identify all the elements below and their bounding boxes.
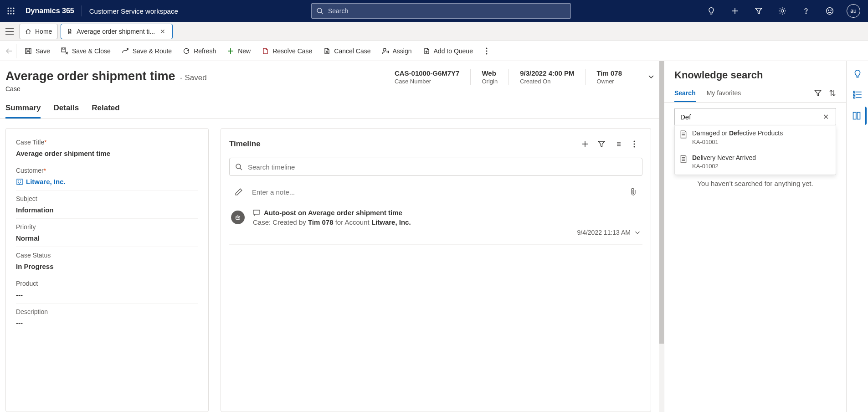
new-button[interactable]: New [222,43,255,59]
knowledge-search-box[interactable]: ✕ [674,108,836,125]
lightbulb-icon [853,69,862,78]
resolve-case-button[interactable]: Resolve Case [257,43,317,59]
timeline-filter-button[interactable] [593,136,610,152]
field-subject[interactable]: Subject Information [16,191,198,219]
back-button[interactable] [2,44,16,58]
field-status[interactable]: Case Status In Progress [16,247,198,275]
form-tab-related[interactable]: Related [92,103,119,118]
save-button[interactable]: Save [20,43,55,59]
post-icon [253,210,260,216]
attachment-icon[interactable] [630,188,637,196]
field-description[interactable]: Description --- [16,304,198,331]
gear-icon[interactable] [771,0,793,22]
assign-icon [382,47,389,55]
knowledge-search-input[interactable] [679,113,820,121]
smiley-icon[interactable] [819,0,841,22]
queue-icon [423,47,430,55]
form-tabs: Summary Details Related [0,93,664,119]
refresh-button[interactable]: Refresh [178,43,221,59]
save-close-button[interactable]: Save & Close [56,43,115,59]
funnel-icon [598,140,605,148]
field-value: Information [16,206,198,214]
robot-icon [235,214,241,221]
svg-point-40 [634,146,635,148]
knowledge-tab-search[interactable]: Search [674,89,696,102]
knowledge-result[interactable]: Damaged or Defective ProductsKA-01001 [675,125,836,150]
timeline-overflow-button[interactable] [626,136,642,152]
tab-home[interactable]: Home [19,24,58,39]
header-field-origin[interactable]: WebOrigin [470,69,508,85]
hf-label: Case Number [395,78,460,85]
workspace-name[interactable]: Customer Service workspace [86,7,182,15]
article-icon [679,155,688,163]
book-icon [852,111,861,120]
tab-label: Home [35,28,52,35]
scrollbar-thumb[interactable] [659,61,664,344]
assign-button[interactable]: Assign [377,43,416,59]
cmd-label: Assign [393,47,412,55]
cancel-case-button[interactable]: Cancel Case [318,43,375,59]
field-product[interactable]: Product --- [16,275,198,304]
brand-name[interactable]: Dynamics 365 [22,7,78,15]
field-case-title[interactable]: Case Title* Average order shipment time [16,134,198,162]
svg-point-15 [827,8,833,15]
header-field-case-number[interactable]: CAS-01000-G6M7Y7Case Number [384,69,471,85]
command-overflow[interactable] [479,44,494,58]
app-launcher-icon[interactable] [0,0,22,22]
form-tab-summary[interactable]: Summary [5,103,41,118]
timeline-add-button[interactable] [577,136,593,152]
field-customer[interactable]: Customer* Litware, Inc. [16,162,198,191]
search-icon [235,163,242,170]
timeline-search[interactable] [229,158,642,176]
global-search-input[interactable] [327,7,566,15]
svg-point-25 [383,48,386,51]
home-icon [25,28,31,35]
timeline-note-input[interactable] [251,188,621,196]
svg-point-2 [13,7,14,9]
timeline-note-entry[interactable] [229,182,642,201]
timeline-item[interactable]: Auto-post on Average order shipment time… [229,209,642,245]
help-icon[interactable] [795,0,817,22]
plus-icon[interactable] [724,0,746,22]
sort-icon[interactable] [829,89,836,97]
close-icon[interactable]: ✕ [159,27,167,36]
global-search[interactable] [311,3,571,19]
hamburger-icon[interactable] [3,25,16,38]
knowledge-tab-favorites[interactable]: My favorites [707,89,741,101]
field-value: --- [16,291,198,299]
user-avatar[interactable]: au [842,0,864,22]
add-to-queue-button[interactable]: Add to Queue [418,43,478,59]
rail-smart-assist-button[interactable] [848,65,867,83]
timeline-sort-button[interactable] [610,136,626,152]
tab-case[interactable]: Average order shipment ti... ✕ [61,24,173,39]
timeline-item-time: 9/4/2022 11:13 AM [577,229,631,236]
case-details-card: Case Title* Average order shipment time … [5,128,209,412]
list-icon [614,140,621,148]
chevron-down-icon[interactable] [634,229,641,236]
search-icon [316,7,324,15]
article-icon [679,130,688,139]
main-area: Average order shipment time - Saved Case… [0,61,868,412]
header-expand-button[interactable] [644,69,658,84]
form-tab-details[interactable]: Details [53,103,79,118]
field-label: Product [16,280,198,287]
lightbulb-icon[interactable] [700,0,722,22]
header-field-owner[interactable]: Tim 078Owner [585,69,633,85]
funnel-icon[interactable] [814,89,822,97]
field-priority[interactable]: Priority Normal [16,219,198,247]
rail-knowledge-button[interactable] [848,107,867,125]
timeline-item-desc: Case: Created by Tim 078 for Account Lit… [253,218,641,226]
knowledge-tabs: Search My favorites [664,83,846,103]
rail-agent-scripts-button[interactable] [848,86,867,104]
clear-icon[interactable]: ✕ [820,111,831,122]
funnel-icon[interactable] [748,0,770,22]
save-route-button[interactable]: Save & Route [117,43,176,59]
header-field-created-on[interactable]: 9/3/2022 4:00 PMCreated On [508,69,585,85]
cmd-label: Add to Queue [434,47,473,55]
knowledge-result[interactable]: Delivery Never ArrivedKA-01002 [675,150,836,175]
form-body: Case Title* Average order shipment time … [0,119,664,412]
scrollbar[interactable] [659,61,664,412]
customer-link[interactable]: Litware, Inc. [16,178,198,185]
case-icon [67,28,73,35]
timeline-search-input[interactable] [247,163,637,171]
